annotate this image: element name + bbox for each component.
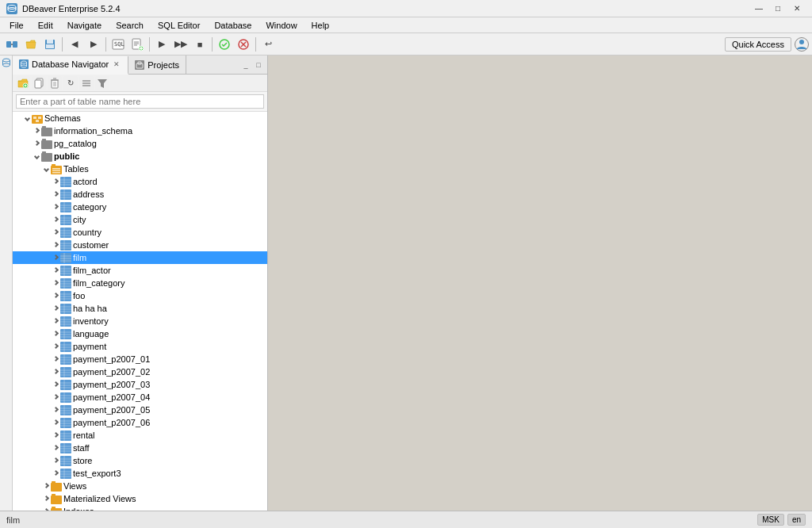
arrow-inventory[interactable]: [51, 319, 60, 323]
tree-item-tables[interactable]: Tables: [13, 163, 267, 175]
arrow-ha ha ha[interactable]: [51, 306, 60, 311]
tree-item-category[interactable]: category: [13, 201, 267, 213]
arrow-payment_p2007_06[interactable]: [51, 420, 60, 425]
tree-item-payment[interactable]: payment: [13, 340, 267, 353]
toolbar-new-script-btn[interactable]: [128, 36, 146, 53]
arrow-foo[interactable]: [51, 293, 60, 298]
tree-item-inventory[interactable]: inventory: [13, 315, 267, 327]
tree-item-payment_p2007_04[interactable]: payment_p2007_04: [13, 391, 267, 404]
tree-item-public[interactable]: public: [13, 150, 267, 163]
arrow-payment_p2007_02[interactable]: [51, 369, 60, 374]
toolbar-stop-btn[interactable]: ■: [191, 36, 209, 53]
tree-item-foo[interactable]: foo: [13, 289, 267, 302]
menu-search[interactable]: Search: [109, 19, 150, 32]
arrow-payment_p2007_04[interactable]: [51, 395, 60, 400]
tree-item-information-schema[interactable]: information_schema: [13, 124, 267, 137]
tree-item-payment_p2007_02[interactable]: payment_p2007_02: [13, 365, 267, 378]
panel-maximize-btn[interactable]: □: [253, 59, 264, 71]
tree-item-language[interactable]: language: [13, 327, 267, 340]
menu-window[interactable]: Window: [259, 19, 303, 32]
status-language[interactable]: en: [787, 514, 806, 526]
maximize-button[interactable]: □: [769, 2, 787, 16]
toolbar-user-icon[interactable]: [795, 37, 809, 52]
toolbar-forward-btn[interactable]: ▶: [85, 36, 102, 53]
nav-new-folder-btn[interactable]: [16, 76, 30, 90]
arrow-film[interactable]: [51, 255, 60, 260]
arrow-actord[interactable]: [51, 179, 60, 184]
toolbar-run-script-btn[interactable]: ▶▶: [172, 36, 190, 53]
menu-file[interactable]: File: [3, 19, 30, 32]
toolbar-run-btn[interactable]: ▶: [153, 36, 170, 53]
tree-item-test_export3[interactable]: test_export3: [13, 467, 267, 480]
close-button[interactable]: ✕: [788, 2, 806, 16]
toolbar-back-btn[interactable]: ◀: [66, 36, 83, 53]
menu-help[interactable]: Help: [305, 19, 336, 32]
indexes-arrow[interactable]: [41, 509, 51, 511]
toolbar-undo-btn[interactable]: ↩: [259, 36, 277, 53]
public-arrow[interactable]: [32, 155, 41, 159]
status-timezone[interactable]: MSK: [757, 514, 784, 526]
nav-filter-btn[interactable]: [95, 76, 109, 90]
arrow-city[interactable]: [51, 217, 60, 222]
toolbar-commit-btn[interactable]: [216, 36, 233, 53]
arrow-payment_p2007_03[interactable]: [51, 382, 60, 387]
tree-item-film[interactable]: film: [13, 251, 267, 264]
views-arrow[interactable]: [41, 484, 51, 488]
tree-item-customer[interactable]: customer: [13, 239, 267, 251]
tree-item-actord[interactable]: actord: [13, 175, 267, 188]
tree-item-payment_p2007_05[interactable]: payment_p2007_05: [13, 404, 267, 416]
tree-item-payment_p2007_03[interactable]: payment_p2007_03: [13, 378, 267, 391]
arrow-rental[interactable]: [51, 433, 60, 438]
sidebar-db-icon[interactable]: [1, 57, 12, 68]
tree-item-views[interactable]: Views: [13, 480, 267, 492]
arrow-payment[interactable]: [51, 344, 60, 349]
tree-item-pg-catalog[interactable]: pg_catalog: [13, 137, 267, 150]
tree-item-store[interactable]: store: [13, 454, 267, 467]
tree-item-rental[interactable]: rental: [13, 429, 267, 442]
tree-item-film_actor[interactable]: film_actor: [13, 264, 267, 277]
toolbar-new-connection-btn[interactable]: [3, 36, 21, 53]
toolbar-save-btn[interactable]: [41, 36, 59, 53]
tree-item-ha_ha_ha[interactable]: ha ha ha: [13, 302, 267, 315]
arrow-address[interactable]: [51, 192, 60, 197]
tab-projects[interactable]: Projects: [128, 55, 186, 74]
tree-item-payment_p2007_01[interactable]: payment_p2007_01: [13, 353, 267, 365]
arrow-test_export3[interactable]: [51, 471, 60, 476]
toolbar-rollback-btn[interactable]: [235, 36, 252, 53]
tree-item-materialized-views[interactable]: Materialized Views: [13, 492, 267, 505]
search-input[interactable]: [16, 94, 264, 109]
arrow-film_category[interactable]: [51, 281, 60, 285]
menu-navigate[interactable]: Navigate: [61, 19, 108, 32]
tree-item-payment_p2007_06[interactable]: payment_p2007_06: [13, 416, 267, 429]
tree-item-city[interactable]: city: [13, 213, 267, 226]
nav-copy-btn[interactable]: [32, 76, 46, 90]
menu-sql-editor[interactable]: SQL Editor: [151, 19, 206, 32]
nav-delete-btn[interactable]: [48, 76, 62, 90]
tree-item-indexes[interactable]: Indexes: [13, 505, 267, 511]
toolbar-sql-editor-btn[interactable]: SQL: [109, 36, 127, 53]
minimize-button[interactable]: —: [750, 2, 768, 16]
tree-item-address[interactable]: address: [13, 188, 267, 201]
nav-collapse-btn[interactable]: [79, 76, 94, 90]
info-schema-arrow[interactable]: [32, 128, 41, 133]
tree-item-staff[interactable]: staff: [13, 442, 267, 454]
tree-item-country[interactable]: country: [13, 226, 267, 239]
arrow-payment_p2007_05[interactable]: [51, 407, 60, 412]
arrow-country[interactable]: [51, 230, 60, 235]
arrow-payment_p2007_01[interactable]: [51, 357, 60, 362]
arrow-customer[interactable]: [51, 243, 60, 247]
tree-item-schemas[interactable]: Schemas: [13, 112, 267, 124]
arrow-staff[interactable]: [51, 446, 60, 450]
schemas-arrow[interactable]: [22, 117, 32, 121]
db-nav-tab-close[interactable]: ✕: [112, 59, 121, 69]
tree-container[interactable]: Schemas information_schema: [13, 112, 267, 511]
tree-item-film_category[interactable]: film_category: [13, 277, 267, 289]
arrow-store[interactable]: [51, 458, 60, 463]
quick-access-button[interactable]: Quick Access: [725, 37, 791, 52]
nav-refresh-btn[interactable]: ↻: [63, 76, 78, 90]
arrow-language[interactable]: [51, 331, 60, 336]
tab-database-navigator[interactable]: Database Navigator ✕: [13, 56, 128, 75]
pg-catalog-arrow[interactable]: [32, 141, 41, 146]
arrow-film_actor[interactable]: [51, 268, 60, 273]
arrow-category[interactable]: [51, 205, 60, 209]
